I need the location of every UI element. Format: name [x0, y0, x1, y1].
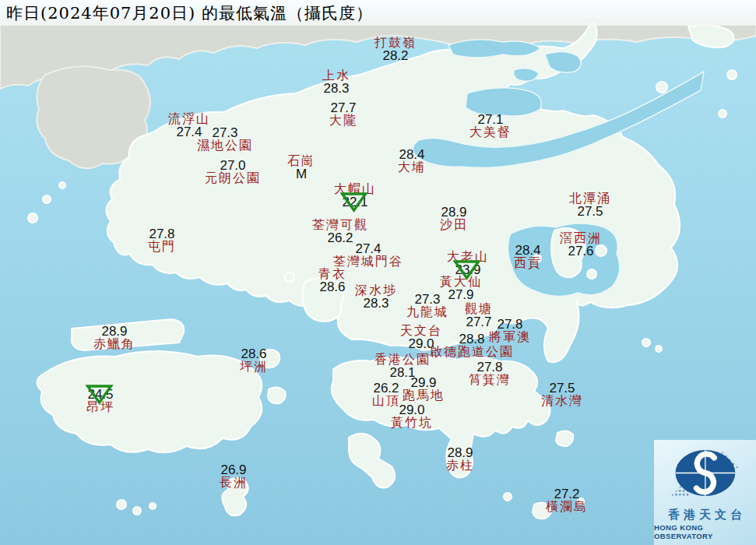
- station-value: 28.9: [93, 325, 135, 338]
- station-name: 石崗: [287, 155, 315, 167]
- station-label: 青衣28.6: [318, 268, 346, 294]
- station-value: 27.8: [148, 227, 176, 241]
- station-label: 28.8啟德跑道公園: [430, 332, 514, 359]
- station-label: 27.0元朗公園: [205, 159, 261, 185]
- station-name: 跑馬地: [403, 389, 445, 402]
- station-name: 屯門: [148, 241, 176, 253]
- station-value: 27.8: [469, 360, 511, 374]
- station-name: 香港公園: [374, 353, 431, 366]
- station-name: 啟德跑道公園: [430, 346, 514, 358]
- station-label: 上水28.3: [322, 69, 350, 96]
- title-bar: 昨日(2024年07月20日) 的最低氣溫（攝氏度）: [0, 0, 756, 26]
- station-name: 滘西洲: [560, 232, 602, 244]
- station-name: 清水灣: [541, 395, 583, 407]
- station-value: 29.9: [403, 376, 445, 389]
- station-value: 22.1: [334, 195, 376, 209]
- station-name: 荃灣可觀: [312, 219, 368, 231]
- station-label: 28.9沙田: [440, 206, 468, 232]
- station-name: 大隴: [329, 114, 357, 127]
- station-value: 29.0: [391, 403, 433, 417]
- station-value: 27.5: [569, 205, 611, 218]
- station-name: 大埔: [398, 161, 426, 174]
- station-label: 大帽山22.1: [334, 183, 376, 209]
- station-label: 27.3九龍城: [406, 293, 448, 319]
- station-value: 28.3: [322, 82, 350, 95]
- station-name: 赤鱲角: [93, 338, 135, 350]
- station-value: 28.3: [355, 297, 397, 310]
- station-label: 27.2橫瀾島: [546, 487, 588, 514]
- station-value: 27.7: [329, 101, 357, 114]
- station-label: 石崗M: [287, 155, 315, 181]
- station-value: 26.2: [372, 382, 400, 395]
- station-label: 27.5清水灣: [541, 382, 583, 408]
- station-value: 27.0: [205, 159, 261, 172]
- station-value: 27.3: [197, 126, 253, 139]
- station-name: 昂坪: [86, 401, 114, 413]
- station-value: 27.3: [406, 293, 448, 306]
- station-value: 24.5: [86, 388, 114, 401]
- station-label: 27.3濕地公園: [197, 126, 253, 153]
- station-name: 坪洲: [240, 360, 268, 373]
- station-value: 26.9: [220, 463, 248, 476]
- station-name: 大老山: [447, 251, 489, 263]
- station-name: 濕地公園: [197, 139, 253, 152]
- station-name: 赤柱: [446, 459, 474, 472]
- station-name: 筲箕灣: [469, 374, 511, 386]
- observatory-logo: 香港天文台 HONG KONG OBSERVATORY: [654, 440, 756, 545]
- station-name: 橫瀾島: [546, 501, 588, 513]
- station-label: 滘西洲27.6: [560, 232, 602, 258]
- station-name: 大美督: [469, 126, 512, 139]
- station-name: 長洲: [220, 476, 248, 489]
- station-value: 28.6: [318, 280, 346, 294]
- station-label: 28.4大埔: [398, 148, 426, 174]
- station-value: 27.1: [469, 113, 512, 126]
- station-name: 打鼓嶺: [374, 37, 417, 49]
- station-label: 打鼓嶺28.2: [374, 37, 417, 63]
- station-label: 27.8屯門: [148, 227, 176, 254]
- station-value: 27.4: [333, 242, 403, 255]
- station-label: 29.0黃竹坑: [391, 403, 433, 430]
- station-label: 27.8筲箕灣: [469, 360, 511, 387]
- station-label: 深水埗28.3: [355, 284, 397, 311]
- station-label: 26.9長洲: [220, 463, 248, 490]
- station-value: 27.2: [546, 487, 588, 501]
- station-name: 青衣: [318, 268, 346, 280]
- station-value: 28.9: [440, 206, 468, 219]
- station-name: 黃大仙: [440, 276, 482, 288]
- station-name: 觀塘: [465, 303, 493, 315]
- station-label: 29.9跑馬地: [403, 376, 445, 403]
- station-value: 27.5: [541, 382, 583, 395]
- min-temperature-map: 昨日(2024年07月20日) 的最低氣溫（攝氏度） 打鼓嶺28.2上水28.3…: [0, 0, 756, 545]
- station-value: 27.8: [489, 318, 531, 331]
- station-label: 北潭涌27.5: [569, 192, 611, 219]
- station-name: 流浮山: [168, 113, 210, 125]
- station-value: 28.4: [398, 148, 426, 161]
- station-label: 27.4荃灣城門谷: [333, 242, 403, 269]
- station-name: 深水埗: [355, 284, 397, 297]
- station-name: 北潭涌: [569, 192, 611, 205]
- station-value: 28.8: [430, 332, 514, 346]
- station-name: 沙田: [440, 219, 468, 231]
- hong-kong-map: [0, 0, 756, 545]
- station-name: 大帽山: [334, 183, 376, 195]
- station-label: 28.6坪洲: [240, 347, 268, 374]
- station-name: 九龍城: [406, 306, 448, 318]
- station-label: 24.5昂坪: [86, 388, 114, 414]
- station-label: 27.7大隴: [329, 101, 357, 128]
- station-value: 27.6: [560, 244, 602, 258]
- station-value: 28.4: [514, 244, 542, 257]
- page-title: 昨日(2024年07月20日) 的最低氣溫（攝氏度）: [0, 2, 373, 24]
- station-value: 28.6: [240, 347, 268, 360]
- station-label: 大老山23.9: [447, 251, 489, 277]
- logo-english-name: HONG KONG OBSERVATORY: [654, 523, 756, 540]
- station-label: 28.9赤鱲角: [93, 325, 135, 351]
- logo-chinese-name: 香港天文台: [664, 508, 746, 522]
- station-label: 27.1大美督: [469, 113, 512, 139]
- station-label: 28.9赤柱: [446, 446, 474, 473]
- station-value: 28.9: [446, 446, 474, 459]
- observatory-logo-icon: [654, 440, 756, 506]
- station-label: 28.4西貢: [514, 244, 542, 270]
- station-name: 西貢: [514, 257, 542, 269]
- station-name: 黃竹坑: [391, 417, 433, 429]
- station-value: 28.2: [374, 49, 417, 62]
